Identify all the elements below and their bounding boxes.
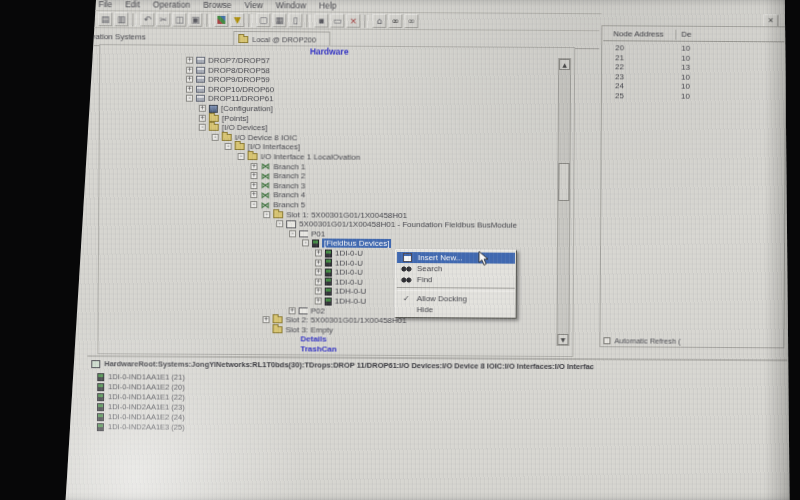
- delete-x-icon[interactable]: ×: [346, 14, 360, 28]
- new-icon[interactable]: ▢: [256, 13, 270, 27]
- tree-expander[interactable]: +: [263, 316, 270, 323]
- tree-row[interactable]: +1DI-0-U: [315, 258, 363, 267]
- tree-expander[interactable]: +: [250, 191, 257, 198]
- menu-item-find[interactable]: Find: [396, 274, 516, 286]
- tree-row[interactable]: -[I/O Interfaces]: [225, 142, 301, 151]
- menu-item-browse[interactable]: Browse: [202, 0, 232, 10]
- tree-expander[interactable]: +: [315, 259, 322, 266]
- tree-row[interactable]: +[Points]: [199, 113, 249, 122]
- tree-row[interactable]: +DROP10/DROP60: [186, 84, 274, 94]
- tree-row[interactable]: +⋈Branch 1: [250, 162, 305, 171]
- camera-icon[interactable]: ▪: [314, 13, 328, 27]
- open-icon[interactable]: ▦: [272, 13, 286, 27]
- tree-expander[interactable]: +: [315, 278, 322, 285]
- cut-icon[interactable]: ✂: [156, 13, 170, 27]
- tree-expander[interactable]: +: [186, 57, 193, 64]
- tree-expander[interactable]: -: [212, 134, 219, 141]
- result-item[interactable]: 1DI-0-IND1AA1E2 (20): [97, 382, 185, 392]
- menu-item-operation[interactable]: Operation: [152, 0, 191, 10]
- vertical-scrollbar[interactable]: ▲ ▼: [556, 58, 571, 346]
- menu-item-help[interactable]: Help: [318, 0, 338, 10]
- menu-item-insert-new-[interactable]: Insert New...: [397, 252, 515, 264]
- tree-row[interactable]: +⋈Branch 2: [250, 171, 305, 180]
- tree-expander[interactable]: +: [250, 172, 257, 179]
- filter-funnel-icon[interactable]: ▼: [230, 13, 244, 27]
- result-item[interactable]: 1DI-0-IND2AA1E1 (23): [97, 402, 185, 412]
- tree-row[interactable]: +DROP9/DROP59: [186, 75, 270, 85]
- tree-expander[interactable]: -: [238, 153, 245, 160]
- result-item[interactable]: 1DI-0-IND1AA1E1 (22): [97, 392, 185, 402]
- undo-icon[interactable]: ↶: [140, 12, 154, 26]
- column-device[interactable]: De: [681, 30, 691, 39]
- tree-expander[interactable]: +: [315, 297, 322, 304]
- preview-icon[interactable]: ▥: [114, 12, 128, 26]
- table-row[interactable]: 2213: [603, 62, 784, 72]
- scroll-up-icon[interactable]: ▲: [559, 59, 570, 70]
- tree-row[interactable]: -[Fieldbus Devices]: [302, 239, 391, 249]
- print-icon[interactable]: ▤: [98, 12, 112, 26]
- menu-item-allow-docking[interactable]: ✓Allow Docking: [396, 293, 516, 305]
- copy-icon[interactable]: ◫: [172, 13, 186, 27]
- tree-expander[interactable]: -: [199, 124, 206, 131]
- palette-icon[interactable]: [214, 13, 228, 27]
- home-icon[interactable]: ⌂: [372, 14, 386, 28]
- table-row[interactable]: 2410: [603, 81, 784, 91]
- scroll-down-icon[interactable]: ▼: [557, 334, 568, 345]
- menu-item-search[interactable]: Search: [396, 263, 516, 275]
- tree-row[interactable]: +DROP8/DROP58: [186, 65, 270, 75]
- tree-row[interactable]: Slot 3: Empty: [262, 325, 333, 334]
- tree-expander[interactable]: +: [186, 66, 193, 73]
- tree-row[interactable]: +⋈Branch 3: [250, 181, 305, 190]
- tree-expander[interactable]: -: [276, 220, 283, 227]
- tree-expander[interactable]: -: [250, 201, 257, 208]
- result-item[interactable]: 1DI-0-IND1AA1E1 (21): [97, 372, 185, 382]
- tree-row[interactable]: +DROP7/DROP57: [186, 56, 270, 66]
- tree-expander[interactable]: +: [315, 269, 322, 276]
- tree-expander[interactable]: -: [186, 95, 193, 102]
- tree-row[interactable]: Details: [300, 335, 326, 344]
- tree-expander[interactable]: +: [199, 105, 206, 112]
- tree-row[interactable]: -DROP11/DROP61: [186, 94, 274, 104]
- tree-expander[interactable]: -: [263, 211, 270, 218]
- tree-expander[interactable]: +: [186, 76, 193, 83]
- table-row[interactable]: 2010: [603, 43, 784, 53]
- tree-expander[interactable]: -: [302, 240, 309, 247]
- menu-item-file[interactable]: File: [97, 0, 113, 9]
- column-node-address[interactable]: Node Address: [613, 29, 663, 38]
- clipboard-icon[interactable]: ▯: [288, 13, 302, 27]
- tree-expander[interactable]: +: [315, 288, 322, 295]
- table-row[interactable]: 2510: [603, 91, 784, 101]
- tree-row[interactable]: -I/O Interface 1 LocalOvation: [238, 152, 361, 162]
- menu-item-window[interactable]: Window: [275, 0, 307, 10]
- tree-expander[interactable]: -: [289, 230, 296, 237]
- tree-row[interactable]: +1DI-0-U: [315, 268, 363, 277]
- table-row[interactable]: 2310: [603, 72, 784, 82]
- tree-row[interactable]: -P01: [289, 229, 325, 238]
- tree-row[interactable]: +Slot 2: 5X00301G01/1X00458H01: [263, 315, 407, 325]
- binoculars-icon[interactable]: ∞: [388, 14, 402, 28]
- tree-expander[interactable]: +: [186, 85, 193, 92]
- result-item[interactable]: 1DI-0-IND1AA1E2 (24): [97, 412, 185, 422]
- tree-row[interactable]: +1DH-0-U: [315, 296, 367, 305]
- tree-expander[interactable]: -: [225, 143, 232, 150]
- auto-refresh-checkbox[interactable]: [603, 337, 610, 344]
- paste-icon[interactable]: ▣: [188, 13, 202, 27]
- menu-item-view[interactable]: View: [244, 0, 264, 10]
- tree-row[interactable]: +⋈Branch 4: [250, 190, 305, 199]
- tree-row[interactable]: +1DI-0-U: [315, 248, 363, 257]
- tree-expander[interactable]: +: [289, 307, 296, 314]
- table-row[interactable]: 2110: [603, 53, 784, 63]
- tree-row[interactable]: +1DI-0-U: [315, 277, 363, 286]
- menu-item-hide[interactable]: Hide: [396, 304, 516, 316]
- tree-expander[interactable]: +: [250, 163, 257, 170]
- tree-expander[interactable]: +: [250, 182, 257, 189]
- tree-row[interactable]: -I/O Device 8 IOIC: [212, 133, 298, 143]
- tree-row[interactable]: +P02: [289, 306, 325, 315]
- menu-item-edit[interactable]: Edit: [124, 0, 141, 9]
- frame-icon[interactable]: ▭: [330, 14, 344, 28]
- tree-row[interactable]: TrashCan: [300, 344, 337, 353]
- tree-expander[interactable]: +: [315, 249, 322, 256]
- scrollbar-thumb[interactable]: [558, 163, 569, 201]
- search-icon[interactable]: ∞: [404, 14, 418, 28]
- tree-row[interactable]: +1DH-0-U: [315, 287, 367, 296]
